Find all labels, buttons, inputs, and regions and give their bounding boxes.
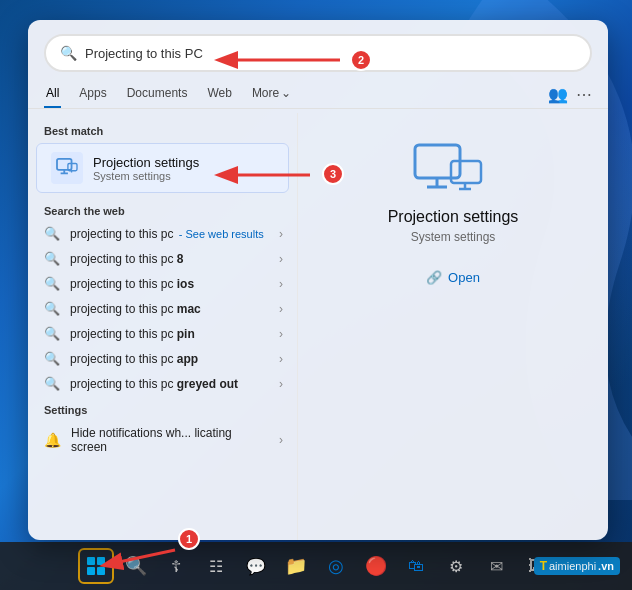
arrow-icon-6: › <box>279 377 283 391</box>
arrow-icon-5: › <box>279 352 283 366</box>
bell-icon: 🔔 <box>44 432 61 448</box>
search-icon-2: 🔍 <box>44 276 60 291</box>
brand-text: aimienphi <box>549 560 596 572</box>
search-icon: 🔍 <box>60 45 77 61</box>
search-bar[interactable]: 🔍 Projecting to this PC <box>44 34 592 72</box>
web-item-3[interactable]: 🔍 projecting to this pc mac › <box>28 296 297 321</box>
taskbar-icon-explorer[interactable]: 📁 <box>278 548 314 584</box>
best-match-item[interactable]: Projection settings System settings <box>36 143 289 193</box>
tabs-right: 👥 ⋯ <box>548 85 592 104</box>
tab-web[interactable]: Web <box>205 80 233 108</box>
left-panel: Best match Projection <box>28 113 298 540</box>
annotation-1: 1 <box>178 528 200 550</box>
start-menu: 🔍 Projecting to this PC All Apps Documen… <box>28 20 608 540</box>
best-match-text: Projection settings System settings <box>93 155 199 182</box>
svg-rect-8 <box>451 161 481 183</box>
best-match-title: Projection settings <box>93 155 199 170</box>
tab-documents[interactable]: Documents <box>125 80 190 108</box>
tabs-row: All Apps Documents Web More ⌄ 👥 ⋯ <box>28 80 608 109</box>
right-panel: Projection settings System settings 🔗 Op… <box>298 113 608 540</box>
annotation-3: 3 <box>322 163 344 185</box>
windows-logo <box>87 557 105 575</box>
web-item-4[interactable]: 🔍 projecting to this pc pin › <box>28 321 297 346</box>
taskbar-icon-mail[interactable]: ✉ <box>478 548 514 584</box>
search-icon-1: 🔍 <box>44 251 60 266</box>
taskbar-icons: 🔍 ☦ ☷ 💬 📁 ◎ 🔴 🛍 ⚙ <box>78 548 554 584</box>
taskbar-icon-search[interactable]: 🔍 <box>118 548 154 584</box>
right-panel-subtitle: System settings <box>411 230 496 244</box>
monitor-svg <box>56 158 78 178</box>
search-icon-6: 🔍 <box>44 376 60 391</box>
arrow-icon-2: › <box>279 277 283 291</box>
menu-body: Best match Projection <box>28 113 608 540</box>
arrow-icon-4: › <box>279 327 283 341</box>
taskbar-icon-chat[interactable]: 💬 <box>238 548 274 584</box>
arrow-icon-1: › <box>279 252 283 266</box>
settings-label: Settings <box>28 396 297 420</box>
web-item-1[interactable]: 🔍 projecting to this pc 8 › <box>28 246 297 271</box>
taimienphi-brand: T aimienphi .vn <box>534 557 620 575</box>
search-icon-3: 🔍 <box>44 301 60 316</box>
open-button[interactable]: 🔗 Open <box>412 264 494 291</box>
arrow-icon-0: › <box>279 227 283 241</box>
settings-item-0[interactable]: 🔔 Hide notifications wh... licating scre… <box>28 420 297 460</box>
taskbar-icon-edge[interactable]: ◎ <box>318 548 354 584</box>
tab-all[interactable]: All <box>44 80 61 108</box>
best-match-label: Best match <box>28 117 297 141</box>
tab-more[interactable]: More ⌄ <box>250 80 293 108</box>
search-icon-5: 🔍 <box>44 351 60 366</box>
taskbar: 🔍 ☦ ☷ 💬 📁 ◎ 🔴 🛍 ⚙ <box>0 542 632 590</box>
arrow-icon-3: › <box>279 302 283 316</box>
search-icon-0: 🔍 <box>44 226 60 241</box>
best-match-subtitle: System settings <box>93 170 199 182</box>
taskbar-icon-store[interactable]: 🛍 <box>398 548 434 584</box>
search-icon-4: 🔍 <box>44 326 60 341</box>
search-web-label: Search the web <box>28 195 297 221</box>
svg-rect-0 <box>57 159 72 170</box>
projection-settings-icon <box>51 152 83 184</box>
taskbar-icon-chrome[interactable]: 🔴 <box>358 548 394 584</box>
web-item-5[interactable]: 🔍 projecting to this pc app › <box>28 346 297 371</box>
more-options-icon[interactable]: ⋯ <box>576 85 592 104</box>
taskbar-icon-taskview[interactable]: ☦ <box>158 548 194 584</box>
tab-apps[interactable]: Apps <box>77 80 108 108</box>
desktop: 🔍 Projecting to this PC All Apps Documen… <box>0 0 632 590</box>
web-item-6[interactable]: 🔍 projecting to this pc greyed out › <box>28 371 297 396</box>
web-item-2[interactable]: 🔍 projecting to this pc ios › <box>28 271 297 296</box>
brand-domain: .vn <box>598 560 614 572</box>
search-input-value: Projecting to this PC <box>85 46 576 61</box>
right-panel-title: Projection settings <box>388 208 519 226</box>
taskbar-icon-settings[interactable]: ⚙ <box>438 548 474 584</box>
people-icon[interactable]: 👥 <box>548 85 568 104</box>
taskbar-icon-widgets[interactable]: ☷ <box>198 548 234 584</box>
projection-large-icon <box>413 143 493 208</box>
open-icon: 🔗 <box>426 270 442 285</box>
web-item-0[interactable]: 🔍 projecting to this pc - See web result… <box>28 221 297 246</box>
annotation-2: 2 <box>350 49 372 71</box>
brand-T: T <box>540 559 547 573</box>
system-tray: T aimienphi .vn <box>534 542 620 590</box>
start-button[interactable] <box>78 548 114 584</box>
arrow-settings-0: › <box>279 433 283 447</box>
